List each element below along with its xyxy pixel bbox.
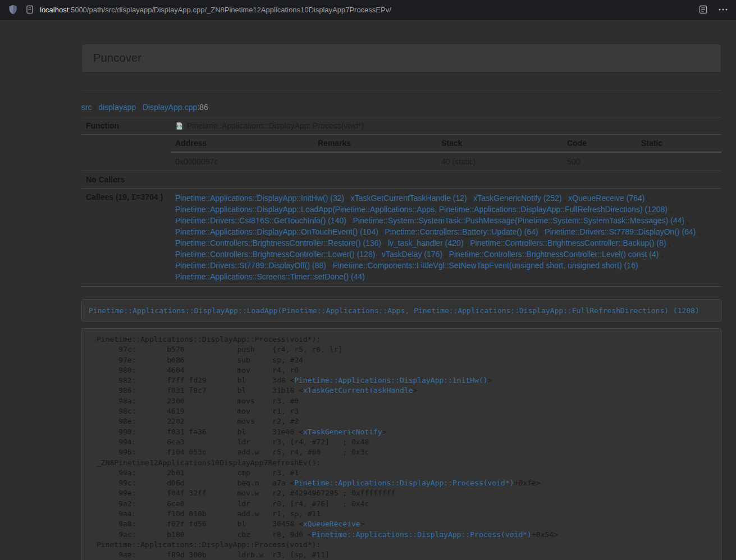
function-label: Function: [81, 117, 171, 135]
address-value: 0x0000097c: [171, 152, 313, 171]
callees-label: Callees (19, Σ=3704 ): [81, 189, 171, 287]
callee-link[interactable]: xQueueReceive (764): [568, 194, 644, 203]
callee-link[interactable]: Pinetime::Drivers::St7789::DisplayOn() (…: [545, 227, 696, 236]
function-name: Pinetime::Applications::DisplayApp::Proc…: [187, 121, 364, 130]
callee-link[interactable]: xTaskGenericNotify (252): [473, 194, 561, 203]
column-header-code: Code: [563, 135, 637, 152]
table-row: 0x0000097c 40 (static) 500: [171, 152, 721, 171]
table-row: Function Pinetime::Applications::Display…: [81, 117, 721, 135]
breadcrumb-link[interactable]: displayapp: [98, 103, 136, 112]
divider: [81, 90, 721, 90]
page-icon[interactable]: [24, 3, 36, 16]
reader-mode-icon[interactable]: [697, 3, 709, 16]
asm-symbol-link[interactable]: xQueueReceive: [303, 520, 360, 528]
breadcrumb-link[interactable]: DisplayApp.cpp: [143, 103, 197, 112]
table-row: Callees (19, Σ=3704 ) Pinetime::Applicat…: [81, 189, 721, 287]
address-table: Address Remarks Stack Code Static 0x0000…: [171, 135, 721, 171]
url-bar[interactable]: localhost:5000/path/src/displayapp/Displ…: [24, 3, 691, 16]
function-table: Function Pinetime::Applications::Display…: [81, 117, 721, 287]
symbol-panel-link[interactable]: Pinetime::Applications::DisplayApp::Load…: [89, 306, 700, 315]
asm-symbol-link[interactable]: xTaskGetCurrentTaskHandle: [303, 386, 413, 394]
browser-url[interactable]: localhost:5000/path/src/displayapp/Displ…: [40, 6, 391, 14]
callee-link[interactable]: Pinetime::Drivers::Cst816S::GetTouchInfo…: [175, 216, 346, 225]
stack-value: 40 (static): [437, 152, 563, 171]
column-header-stack: Stack: [437, 135, 563, 152]
url-host: localhost: [40, 6, 68, 14]
callee-link[interactable]: Pinetime::Applications::DisplayApp::OnTo…: [175, 227, 378, 236]
app-header-panel: Puncover: [81, 44, 721, 72]
callee-link[interactable]: Pinetime::Applications::DisplayApp::Load…: [175, 205, 668, 214]
menu-dots-icon[interactable]: [717, 3, 729, 16]
symbol-icon: [175, 122, 184, 130]
asm-symbol-link[interactable]: Pinetime::Applications::DisplayApp::Init…: [294, 376, 487, 384]
symbol-panel: Pinetime::Applications::DisplayApp::Load…: [81, 299, 721, 322]
callee-link[interactable]: Pinetime::System::SystemTask::PushMessag…: [353, 216, 685, 225]
asm-symbol-link[interactable]: Pinetime::Applications::DisplayApp::Proc…: [294, 479, 514, 487]
disassembly-code: Pinetime::Applications::DisplayApp::Proc…: [97, 334, 713, 560]
line-reference: :86: [197, 103, 208, 112]
column-header-remarks: Remarks: [313, 135, 437, 152]
table-row: No Callers: [81, 171, 721, 189]
callee-link[interactable]: xTaskGetCurrentTaskHandle (12): [351, 194, 467, 203]
column-header-static: Static: [637, 135, 721, 152]
table-row: Address Remarks Stack Code Static 0x0000…: [81, 135, 721, 171]
breadcrumb: src / displayapp / DisplayApp.cpp:86: [81, 103, 721, 112]
callee-link[interactable]: lv_task_handler (420): [388, 238, 464, 247]
page-title: Puncover: [93, 52, 141, 65]
callee-link[interactable]: Pinetime::Components::LittleVgl::SetNewT…: [333, 261, 638, 270]
callee-link[interactable]: Pinetime::Controllers::BrightnessControl…: [449, 250, 659, 259]
remarks-value: [313, 152, 437, 171]
callees-list: Pinetime::Applications::DisplayApp::Init…: [171, 189, 721, 287]
no-callers-label: No Callers: [81, 171, 171, 189]
breadcrumb-separator: /: [92, 103, 99, 112]
static-value: [637, 152, 721, 171]
disassembly-panel: Pinetime::Applications::DisplayApp::Proc…: [81, 328, 721, 560]
shield-icon[interactable]: [7, 3, 19, 16]
callee-link[interactable]: Pinetime::Applications::DisplayApp::Init…: [175, 194, 344, 203]
callee-link[interactable]: Pinetime::Controllers::BrightnessControl…: [470, 238, 666, 247]
url-path: :5000/path/src/displayapp/DisplayApp.cpp…: [68, 6, 391, 14]
breadcrumb-separator: /: [136, 103, 143, 112]
callee-link[interactable]: Pinetime::Controllers::BrightnessControl…: [175, 238, 381, 247]
browser-chrome: localhost:5000/path/src/displayapp/Displ…: [0, 0, 736, 20]
callee-link[interactable]: Pinetime::Applications::Screens::Timer::…: [175, 272, 365, 281]
callee-link[interactable]: Pinetime::Controllers::BrightnessControl…: [175, 250, 375, 259]
callee-link[interactable]: Pinetime::Controllers::Battery::Update()…: [385, 227, 538, 236]
breadcrumb-link[interactable]: src: [81, 103, 92, 112]
page-container: Puncover src / displayapp / DisplayApp.c…: [81, 44, 721, 560]
callee-link[interactable]: Pinetime::Drivers::St7789::DisplayOff() …: [175, 261, 326, 270]
asm-symbol-link[interactable]: Pinetime::Applications::DisplayApp::Proc…: [312, 530, 532, 539]
asm-symbol-link[interactable]: xTaskGenericNotify: [303, 428, 382, 436]
callee-link[interactable]: vTaskDelay (176): [382, 250, 442, 259]
column-header-address: Address: [171, 135, 313, 152]
code-value: 500: [563, 152, 637, 171]
